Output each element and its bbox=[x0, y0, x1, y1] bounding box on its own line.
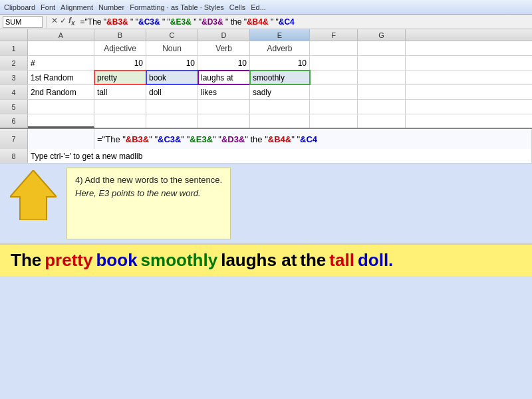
cell-e4[interactable]: sadly bbox=[250, 85, 310, 99]
alignment-label: Alignment bbox=[61, 3, 93, 11]
cell-d4[interactable]: likes bbox=[198, 85, 250, 99]
row-num-3: 3 bbox=[0, 70, 28, 84]
table-row: 2 # 10 10 10 10 bbox=[0, 56, 532, 70]
cell-b5[interactable] bbox=[94, 100, 146, 114]
table-row: 3 1st Random pretty book laughs at smoot… bbox=[0, 70, 532, 85]
cell-c5[interactable] bbox=[146, 100, 198, 114]
cell-e2[interactable]: 10 bbox=[250, 56, 310, 70]
col-header-a[interactable]: A bbox=[28, 29, 94, 41]
cell-e3[interactable]: smoothly bbox=[250, 70, 310, 84]
cell-b1[interactable]: Adjective bbox=[94, 41, 146, 55]
table-row: 4 2nd Random tall doll likes sadly bbox=[0, 85, 532, 100]
table-row: 6 bbox=[0, 114, 532, 129]
confirm-icon[interactable]: ✓ bbox=[60, 16, 66, 27]
annotation-step: 4) Add the new words to the sentence. bbox=[75, 174, 222, 187]
sentence-bar: The pretty book smoothly laughs at the t… bbox=[0, 243, 532, 276]
cell-g1[interactable] bbox=[358, 41, 406, 55]
sentence-pretty: pretty bbox=[45, 250, 92, 271]
cell-g2[interactable] bbox=[358, 56, 406, 70]
col-header-d[interactable]: D bbox=[198, 29, 250, 41]
sentence-doll: doll. bbox=[358, 250, 393, 271]
cell-f6[interactable] bbox=[310, 114, 358, 128]
cell-g5[interactable] bbox=[358, 100, 406, 114]
cell-f4[interactable] bbox=[310, 85, 358, 99]
cell-g4[interactable] bbox=[358, 85, 406, 99]
font-label: Font bbox=[41, 3, 55, 11]
clipboard-label: Clipboard bbox=[4, 3, 35, 11]
cell-c2[interactable]: 10 bbox=[146, 56, 198, 70]
cell-d1[interactable]: Verb bbox=[198, 41, 250, 55]
svg-marker-0 bbox=[10, 170, 57, 220]
function-icon[interactable]: fx bbox=[68, 16, 75, 27]
cell-g6[interactable] bbox=[358, 114, 406, 128]
number-label: Number bbox=[98, 3, 124, 11]
table-row-formula: 7 ="The "&B3& " "&C3& " "&E3& " "&D3& " … bbox=[0, 129, 532, 149]
row-num-4: 4 bbox=[0, 85, 28, 99]
row-num-6: 6 bbox=[0, 114, 28, 128]
toolbar: Clipboard Font Alignment Number Formatti… bbox=[0, 0, 532, 15]
cell-f3[interactable] bbox=[310, 70, 358, 84]
formula-icons: ✕ ✓ fx bbox=[51, 16, 75, 27]
annotation-note: 4) Add the new words to the sentence. He… bbox=[66, 168, 231, 239]
cell-c1[interactable]: Noun bbox=[146, 41, 198, 55]
cell-c3[interactable]: book bbox=[146, 70, 198, 84]
cell-a1[interactable] bbox=[28, 41, 94, 55]
cell-d6[interactable] bbox=[198, 114, 250, 128]
arrow-icon bbox=[10, 170, 57, 220]
cell-c4[interactable]: doll bbox=[146, 85, 198, 99]
row-num-2: 2 bbox=[0, 56, 28, 70]
sentence-the2: the bbox=[300, 250, 326, 271]
col-header-g[interactable]: G bbox=[358, 29, 406, 41]
cell-b3[interactable]: pretty bbox=[94, 70, 146, 84]
formula-display: ="The "&B3& " "&C3& " "&E3& " "&D3& " th… bbox=[78, 17, 529, 27]
formula-bar: ✕ ✓ fx ="The "&B3& " "&C3& " "&E3& " "&D… bbox=[0, 15, 532, 29]
cell-a6[interactable] bbox=[28, 114, 94, 128]
cell-d3[interactable]: laughs at bbox=[198, 70, 250, 84]
cell-a2[interactable]: # bbox=[28, 56, 94, 70]
table-row: 5 bbox=[0, 100, 532, 114]
col-header-f[interactable]: F bbox=[310, 29, 358, 41]
column-headers: A B C D E F G bbox=[0, 29, 532, 41]
annotation-area: 4) Add the new words to the sentence. He… bbox=[0, 164, 532, 243]
sentence-tall: tall bbox=[329, 250, 354, 271]
name-box[interactable] bbox=[3, 16, 43, 28]
cell-d2[interactable]: 10 bbox=[198, 56, 250, 70]
styles-label: Formatting · as Table · Styles bbox=[130, 3, 224, 11]
col-header-c[interactable]: C bbox=[146, 29, 198, 41]
cell-e1[interactable]: Adverb bbox=[250, 41, 310, 55]
cell-g3[interactable] bbox=[358, 70, 406, 84]
arrow-container bbox=[7, 168, 60, 239]
annotation-detail: Here, E3 points to the new word. bbox=[75, 187, 222, 200]
cell-a8[interactable]: Type ctrl-'=' to get a new madlib bbox=[28, 149, 532, 163]
cancel-icon[interactable]: ✕ bbox=[51, 16, 58, 27]
cell-f2[interactable] bbox=[310, 56, 358, 70]
cells-label: Cells bbox=[229, 3, 245, 11]
spreadsheet: A B C D E F G 1 Adjective Noun Verb Adve… bbox=[0, 29, 532, 164]
sentence-book: book bbox=[96, 250, 137, 271]
cell-f1[interactable] bbox=[310, 41, 358, 55]
cell-b4[interactable]: tall bbox=[94, 85, 146, 99]
cell-e6[interactable] bbox=[250, 114, 310, 128]
cell-a3[interactable]: 1st Random bbox=[28, 70, 94, 84]
cell-d5[interactable] bbox=[198, 100, 250, 114]
cell-c6[interactable] bbox=[146, 114, 198, 128]
cell-b7-thru-g7[interactable]: ="The "&B3& " "&C3& " "&E3& " "&D3& " th… bbox=[94, 129, 532, 149]
sentence-the: The bbox=[11, 250, 41, 271]
sentence-smoothly: smoothly bbox=[141, 250, 218, 271]
cell-a4[interactable]: 2nd Random bbox=[28, 85, 94, 99]
table-row: 1 Adjective Noun Verb Adverb bbox=[0, 41, 532, 56]
cell-f5[interactable] bbox=[310, 100, 358, 114]
sentence-laughs: laughs at bbox=[221, 250, 297, 271]
col-header-e[interactable]: E bbox=[250, 29, 310, 41]
row-num-5: 5 bbox=[0, 100, 28, 114]
row-num-1: 1 bbox=[0, 41, 28, 55]
edit-label: Ed... bbox=[251, 3, 266, 11]
cell-e5[interactable] bbox=[250, 100, 310, 114]
cell-b2[interactable]: 10 bbox=[94, 56, 146, 70]
cell-a5[interactable] bbox=[28, 100, 94, 114]
cell-a7[interactable] bbox=[28, 129, 94, 149]
col-header-b[interactable]: B bbox=[94, 29, 146, 41]
corner-cell bbox=[0, 29, 28, 41]
table-row: 8 Type ctrl-'=' to get a new madlib bbox=[0, 149, 532, 164]
cell-b6[interactable] bbox=[94, 114, 146, 128]
